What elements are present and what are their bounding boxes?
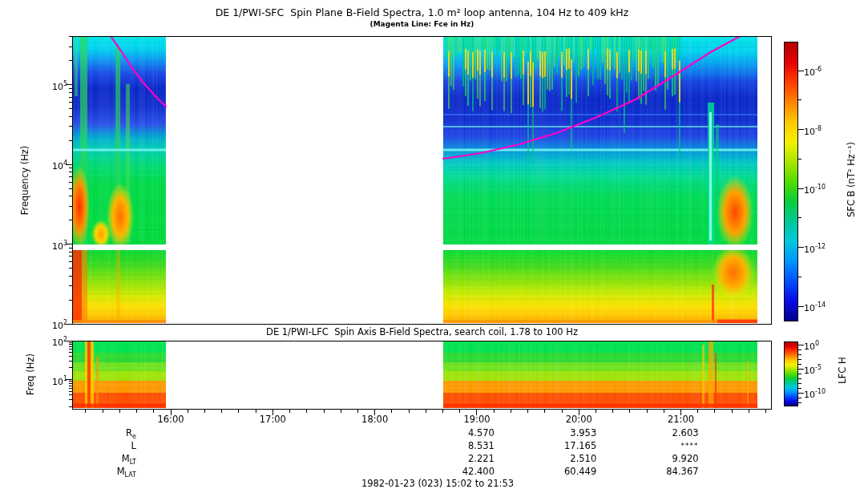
x-minor-tick — [221, 410, 222, 413]
x-minor-tick — [103, 410, 103, 413]
sfc-y-minor-tick — [69, 108, 72, 109]
sfc-y-tick-label: 102 — [30, 317, 67, 332]
x-minor-tick — [544, 410, 545, 413]
x-minor-tick — [527, 410, 528, 413]
lfc-colorbar-tick-label: 10-10 — [804, 386, 844, 401]
x-minor-tick — [289, 410, 290, 413]
x-minor-tick — [459, 410, 460, 413]
lfc-panel-frame — [72, 341, 772, 410]
sfc-y-minor-tick — [69, 102, 72, 103]
x-minor-tick — [391, 410, 392, 413]
sfc-colorbar-frame — [784, 42, 798, 321]
lfc-colorbar-major-tick — [798, 393, 804, 394]
sfc-colorbar-tick-label: 10-6 — [804, 64, 844, 79]
sfc-y-minor-tick — [69, 88, 72, 89]
ephemeris-value: 8.531 — [430, 440, 495, 451]
sfc-y-minor-tick — [69, 116, 72, 117]
x-minor-tick — [256, 410, 256, 413]
lfc-y-minor-tick — [69, 352, 72, 353]
x-minor-tick — [749, 410, 749, 413]
x-minor-tick — [714, 410, 715, 413]
x-minor-tick — [136, 410, 137, 413]
ephemeris-value: 2.603 — [635, 427, 699, 438]
sfc-y-minor-tick — [69, 268, 72, 269]
lfc-colorbar-minor-tick — [798, 359, 801, 360]
sfc-colorbar-major-tick — [798, 71, 804, 71]
x-minor-tick — [595, 410, 596, 413]
sfc-colorbar-minor-tick — [798, 277, 801, 277]
sfc-colorbar-tick-label: 10-10 — [804, 182, 844, 196]
sfc-y-minor-tick — [69, 300, 72, 301]
lfc-colorbar-minor-tick — [798, 383, 801, 384]
lfc-panel-title: DE 1/PWI-LFC Spin Axis B-Field Spectra, … — [72, 326, 772, 337]
sfc-colorbar-tick-label: 10-14 — [804, 300, 844, 314]
x-minor-tick — [153, 410, 154, 413]
lfc-colorbar-minor-tick — [798, 350, 801, 350]
sfc-y-minor-tick — [69, 256, 72, 257]
sfc-y-minor-tick — [69, 176, 72, 177]
sfc-colorbar-tick-label: 10-12 — [804, 241, 844, 256]
ephemeris-value: 9.920 — [635, 453, 699, 464]
lfc-y-minor-tick — [69, 361, 72, 362]
lfc-y-minor-tick — [69, 386, 72, 386]
x-minor-tick — [188, 410, 188, 413]
sfc-y-minor-tick — [69, 46, 72, 47]
x-minor-tick — [341, 410, 341, 413]
lfc-colorbar-minor-tick — [798, 378, 801, 379]
sfc-y-minor-tick — [69, 248, 72, 248]
lfc-colorbar-minor-tick — [798, 354, 801, 355]
sfc-y-minor-tick — [69, 252, 72, 253]
lfc-y-minor-tick — [69, 346, 72, 347]
x-minor-tick — [409, 410, 410, 413]
sfc-y-minor-tick — [69, 140, 72, 141]
lfc-colorbar-tick-label: 10-5 — [804, 362, 844, 377]
ephemeris-value: 2.510 — [532, 453, 596, 464]
sfc-y-minor-tick — [69, 196, 72, 196]
sfc-y-minor-tick — [69, 36, 72, 37]
sfc-y-minor-tick — [69, 60, 72, 61]
lfc-y-minor-tick — [69, 399, 72, 400]
sfc-y-minor-tick — [69, 97, 72, 98]
lfc-y-minor-tick — [69, 406, 72, 407]
x-tick-label: 19:00 — [453, 414, 501, 425]
sfc-y-tick-label: 104 — [30, 158, 67, 172]
x-minor-tick — [357, 410, 358, 413]
lfc-colorbar-minor-tick — [798, 398, 801, 398]
x-minor-tick — [426, 410, 426, 413]
ephemeris-value: 42.400 — [430, 466, 495, 477]
lfc-colorbar-minor-tick — [798, 374, 801, 374]
sfc-colorbar-major-tick — [798, 188, 804, 189]
x-minor-tick — [494, 410, 495, 413]
sfc-colorbar-major-tick — [798, 129, 804, 130]
sfc-y-minor-tick — [69, 276, 72, 277]
lfc-y-minor-tick — [69, 367, 72, 368]
ephemeris-value: 17.165 — [532, 440, 596, 451]
lfc-y-minor-tick — [69, 394, 72, 395]
x-minor-tick — [612, 410, 613, 413]
ephemeris-value: 2.221 — [430, 453, 495, 464]
x-minor-tick — [664, 410, 664, 413]
page-subtitle: (Magenta Line: Fce in Hz) — [72, 20, 772, 28]
sfc-colorbar-minor-tick — [798, 99, 801, 100]
x-minor-tick — [119, 410, 120, 413]
x-minor-tick — [85, 410, 86, 413]
sfc-colorbar-major-tick — [798, 247, 804, 248]
sfc-y-minor-tick — [69, 182, 72, 183]
spectrogram-page: DE 1/PWI-SFC Spin Plane B-Field Spectra,… — [0, 0, 868, 497]
ephemeris-value: 60.449 — [532, 466, 596, 477]
sfc-y-minor-tick — [69, 168, 72, 168]
lfc-colorbar-minor-tick — [798, 388, 801, 389]
x-minor-tick — [732, 410, 733, 413]
x-tick-label: 20:00 — [555, 414, 603, 425]
lfc-colorbar-major-tick — [798, 369, 804, 370]
x-minor-tick — [324, 410, 325, 413]
sfc-panel-frame — [72, 36, 772, 325]
x-tick-label: 17:00 — [248, 414, 297, 425]
sfc-y-minor-tick — [69, 172, 72, 172]
x-tick-label: 18:00 — [351, 414, 399, 425]
sfc-y-axis-label: Frequency (Hz) — [19, 146, 30, 216]
lfc-y-minor-tick — [69, 344, 72, 345]
sfc-y-tick-label: 103 — [30, 238, 67, 253]
sfc-y-minor-tick — [69, 220, 72, 220]
lfc-y-minor-tick — [69, 388, 72, 389]
